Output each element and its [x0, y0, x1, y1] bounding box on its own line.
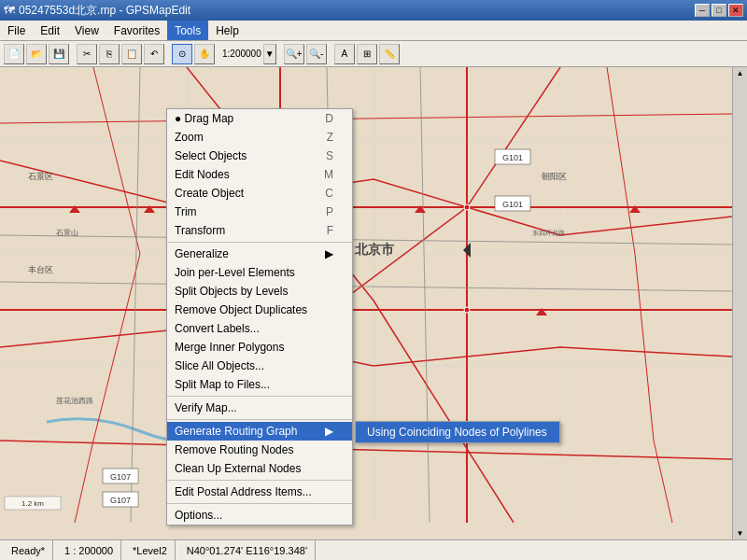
menu-merge-polygons[interactable]: Merge Inner Polygons [167, 338, 352, 357]
tb-drag[interactable]: ✋ [194, 44, 215, 64]
svg-text:丰台区: 丰台区 [28, 265, 53, 274]
scale-dropdown-label: 1:200000 [222, 49, 261, 59]
menu-generalize[interactable]: Generalize▶ [167, 245, 352, 263]
tb-select[interactable]: ⊙ [172, 44, 192, 64]
maximize-button[interactable]: □ [712, 4, 726, 17]
submenu-coinciding-nodes[interactable]: Using Coinciding Nodes of Polylines [356, 422, 559, 442]
menu-cleanup-external[interactable]: Clean Up External Nodes [167, 459, 352, 478]
svg-text:1.2 km: 1.2 km [21, 499, 44, 508]
svg-text:G107: G107 [110, 496, 131, 505]
tb-copy[interactable]: ⎘ [99, 44, 120, 64]
tb-grid[interactable]: ⊞ [357, 44, 377, 64]
menu-split-objects[interactable]: Split Objects by Levels [167, 282, 352, 301]
svg-text:石景山: 石景山 [56, 229, 78, 237]
tb-cut[interactable]: ✂ [77, 44, 97, 64]
menu-drag-map[interactable]: ● Drag MapD [167, 109, 352, 128]
scroll-up[interactable]: ▲ [735, 67, 746, 79]
svg-text:北京市: 北京市 [354, 242, 395, 257]
svg-text:G101: G101 [502, 200, 523, 209]
menu-options[interactable]: Options... [167, 506, 352, 525]
svg-text:东四环北路: 东四环北路 [532, 230, 565, 236]
menu-edit[interactable]: Edit [33, 21, 67, 40]
title-bar-controls: ─ □ ✕ [695, 4, 743, 17]
menu-bar: File Edit View Favorites Tools Help [0, 21, 747, 41]
menu-convert-labels[interactable]: Convert Labels... [167, 319, 352, 338]
menu-help[interactable]: Help [208, 21, 247, 40]
status-bar: Ready* 1 : 200000 *Level2 N40°01.274' E1… [0, 539, 747, 560]
tb-text[interactable]: A [334, 44, 355, 64]
svg-rect-0 [0, 67, 732, 523]
status-scale: 1 : 200000 [57, 540, 121, 560]
svg-text:朝阳区: 朝阳区 [542, 172, 567, 181]
menu-split-map[interactable]: Split Map to Files... [167, 375, 352, 394]
menu-slice-objects[interactable]: Slice All Objects... [167, 357, 352, 375]
menu-remove-routing[interactable]: Remove Routing Nodes [167, 441, 352, 459]
menu-view[interactable]: View [67, 21, 106, 40]
app-icon: 🗺 [4, 4, 15, 17]
main-content: G101 G101 石景区 丰台区 石景山 莲花池西路 北京市 朝阳区 东四环北… [0, 67, 747, 539]
menu-trim[interactable]: TrimP [167, 203, 352, 221]
sep5 [167, 503, 352, 504]
menu-transform[interactable]: TransformF [167, 221, 352, 240]
tools-menu: ● Drag MapD ZoomZ Select ObjectsS Edit N… [166, 108, 353, 525]
minimize-button[interactable]: ─ [695, 4, 710, 17]
status-ready: Ready* [4, 540, 53, 560]
window-title: 05247553d北京.mp - GPSMapEdit [19, 3, 190, 19]
tb-save[interactable]: 💾 [49, 44, 69, 64]
scroll-down[interactable]: ▼ [735, 527, 746, 539]
menu-zoom[interactable]: ZoomZ [167, 128, 352, 147]
toolbar: 📄 📂 💾 ✂ ⎘ 📋 ↶ ⊙ ✋ 1:200000 ▼ 🔍+ 🔍- A ⊞ 📏 [0, 41, 747, 67]
tb-zoom-in[interactable]: 🔍+ [284, 44, 304, 64]
svg-point-32 [464, 307, 470, 313]
tb-zoom-out[interactable]: 🔍- [306, 44, 327, 64]
menu-file[interactable]: File [0, 21, 33, 40]
sep1 [167, 242, 352, 243]
svg-text:G101: G101 [502, 153, 523, 162]
status-coords: N40°01.274' E116°19.348' [179, 540, 316, 560]
svg-text:莲花池西路: 莲花池西路 [56, 397, 93, 405]
map-area[interactable]: G101 G101 石景区 丰台区 石景山 莲花池西路 北京市 朝阳区 东四环北… [0, 67, 732, 539]
sep2 [167, 396, 352, 397]
scale-dropdown[interactable]: ▼ [263, 44, 276, 64]
tb-new[interactable]: 📄 [4, 44, 24, 64]
menu-remove-duplicates[interactable]: Remove Object Duplicates [167, 301, 352, 319]
sep4 [167, 480, 352, 481]
tb-paste[interactable]: 📋 [121, 44, 142, 64]
menu-create-object[interactable]: Create ObjectC [167, 184, 352, 203]
tb-ruler[interactable]: 📏 [379, 44, 400, 64]
scroll-right[interactable]: ▲ ▼ [732, 67, 747, 539]
tb-open[interactable]: 📂 [26, 44, 47, 64]
menu-verify-map[interactable]: Verify Map... [167, 399, 352, 417]
routing-submenu: Using Coinciding Nodes of Polylines [355, 421, 560, 443]
svg-text:G107: G107 [110, 472, 131, 482]
menu-favorites[interactable]: Favorites [106, 21, 167, 40]
svg-point-31 [464, 204, 470, 210]
menu-edit-nodes[interactable]: Edit NodesM [167, 165, 352, 184]
menu-generate-routing[interactable]: Generate Routing Graph▶ [167, 422, 352, 441]
menu-postal-address[interactable]: Edit Postal Address Items... [167, 483, 352, 501]
tb-undo[interactable]: ↶ [144, 44, 164, 64]
status-level: *Level2 [125, 540, 176, 560]
menu-select-objects[interactable]: Select ObjectsS [167, 147, 352, 165]
menu-join-elements[interactable]: Join per-Level Elements [167, 263, 352, 282]
title-bar: 🗺 05247553d北京.mp - GPSMapEdit ─ □ ✕ [0, 0, 747, 21]
title-bar-left: 🗺 05247553d北京.mp - GPSMapEdit [4, 3, 190, 19]
sep3 [167, 419, 352, 420]
svg-text:石景区: 石景区 [28, 172, 53, 181]
menu-tools[interactable]: Tools [167, 21, 208, 40]
close-button[interactable]: ✕ [728, 4, 743, 17]
